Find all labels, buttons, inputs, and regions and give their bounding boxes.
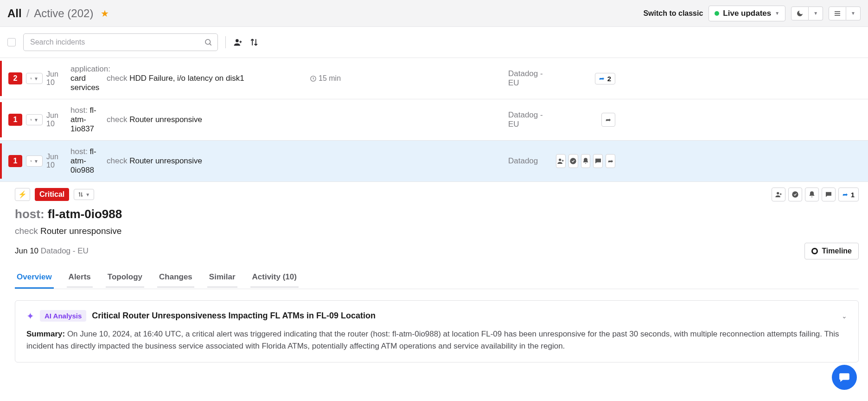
breadcrumb: All / Active (202) ★ <box>7 7 109 20</box>
incident-check: check Router unresponsive <box>107 115 306 124</box>
comment-icon <box>594 157 602 165</box>
share-button[interactable]: ➦ 2 <box>595 73 615 84</box>
svg-point-3 <box>205 39 211 45</box>
incident-detail: ⚡ Critical ▼ ➦ 1 host: fl-atm-0io988 che… <box>0 182 868 362</box>
header-actions: Switch to classic Live updates ▼ ▼ ▼ <box>643 6 861 21</box>
chevron-down-icon: ▼ <box>34 76 38 81</box>
share-count: 1 <box>851 191 855 199</box>
comment-icon <box>825 191 832 198</box>
tab-similar[interactable]: Similar <box>207 269 237 289</box>
share-icon: ➦ <box>606 116 611 123</box>
tab-alerts[interactable]: Alerts <box>67 269 93 289</box>
detail-toolbar: ⚡ Critical ▼ ➦ 1 <box>15 188 859 201</box>
acknowledge-button[interactable] <box>788 188 802 201</box>
svg-point-16 <box>792 191 798 197</box>
incident-duration: 15 min <box>310 74 504 83</box>
bolt-icon: ⚡ <box>18 190 27 198</box>
incident-row[interactable]: 2 ▼ Jun 10 application: card services ch… <box>0 58 868 99</box>
assign-user-icon <box>557 157 564 165</box>
share-button[interactable]: ➦ <box>606 154 615 168</box>
assign-user-icon <box>775 191 782 198</box>
share-count: 2 <box>607 75 611 83</box>
acknowledge-button[interactable] <box>568 154 578 168</box>
assign-user-icon[interactable] <box>233 38 243 47</box>
alert-count-badge: 1 <box>8 114 22 126</box>
share-button[interactable]: ➦ 1 <box>838 188 859 201</box>
incident-row[interactable]: 1 ▼ Jun 10 host: fl-atm-0io988 check Rou… <box>0 141 868 182</box>
list-view-button[interactable] <box>829 6 846 20</box>
svg-point-12 <box>570 158 576 164</box>
star-icon[interactable]: ★ <box>101 8 109 19</box>
automation-button[interactable]: ⚡ <box>15 188 30 201</box>
ai-analysis-header[interactable]: ✦ AI Analysis Critical Router Unresponsi… <box>26 310 847 322</box>
share-icon: ➦ <box>608 157 613 165</box>
chevron-down-icon: ▼ <box>775 11 779 16</box>
assign-button[interactable] <box>556 154 566 168</box>
search-icon <box>204 38 212 46</box>
select-all-checkbox[interactable] <box>7 38 16 46</box>
severity-edge <box>0 102 2 137</box>
share-button[interactable]: ➦ <box>601 113 615 127</box>
alert-count-badge: 2 <box>8 72 22 84</box>
notify-button[interactable] <box>581 154 591 168</box>
incident-check: check HDD Failure, i/o latency on disk1 <box>107 74 306 83</box>
live-updates-label: Live updates <box>723 9 771 18</box>
incident-check: check Router unresponsive <box>107 156 306 166</box>
sort-arrows-icon <box>78 191 83 198</box>
incident-source: Datadog - EU <box>508 110 552 129</box>
detail-tabs: Overview Alerts Topology Changes Similar… <box>15 269 859 289</box>
view-dropdown-button[interactable]: ▼ <box>846 6 861 20</box>
breadcrumb-root[interactable]: All <box>7 7 22 20</box>
tab-changes[interactable]: Changes <box>157 269 194 289</box>
live-updates-toggle[interactable]: Live updates ▼ <box>708 6 785 21</box>
theme-button-group: ▼ <box>791 6 823 20</box>
incident-source: Datadog - EU <box>508 69 552 88</box>
incident-list: 2 ▼ Jun 10 application: card services ch… <box>0 58 868 182</box>
svg-point-13 <box>777 192 779 194</box>
priority-dropdown[interactable]: ▼ <box>74 189 94 200</box>
clock-icon <box>310 75 317 82</box>
incident-row[interactable]: 1 ▼ Jun 10 host: fl-atm-1io837 check Rou… <box>0 99 868 141</box>
priority-dropdown[interactable]: ▼ <box>26 73 43 84</box>
row-actions: ➦ 2 <box>556 73 616 84</box>
sort-arrows-icon <box>30 116 32 123</box>
incident-entity: host: fl-atm-0io988 <box>70 147 103 175</box>
row-actions: ➦ <box>556 154 616 168</box>
ai-analysis-panel: ✦ AI Analysis Critical Router Unresponsi… <box>15 300 859 362</box>
sort-icon[interactable] <box>250 38 258 47</box>
comment-button[interactable] <box>593 154 603 168</box>
record-icon <box>811 248 818 254</box>
share-icon: ➦ <box>599 75 605 82</box>
tab-overview[interactable]: Overview <box>15 269 54 289</box>
severity-edge <box>0 143 2 179</box>
dark-mode-button[interactable] <box>791 6 809 20</box>
detail-meta-row: Jun 10 Datadog - EU Timeline <box>15 243 859 259</box>
severity-badge: Critical <box>35 188 69 201</box>
tab-activity[interactable]: Activity (10) <box>250 269 299 289</box>
timeline-button[interactable]: Timeline <box>804 243 859 259</box>
view-button-group: ▼ <box>829 6 861 20</box>
comment-button[interactable] <box>822 188 836 201</box>
sort-arrows-icon <box>30 75 32 82</box>
theme-dropdown-button[interactable]: ▼ <box>809 6 823 20</box>
detail-actions: ➦ 1 <box>772 188 859 201</box>
chevron-down-icon: ▼ <box>34 159 38 164</box>
sparkle-icon: ✦ <box>26 310 34 322</box>
list-icon <box>834 10 841 17</box>
ai-analysis-pill: AI Analysis <box>40 310 86 322</box>
assign-button[interactable] <box>772 188 785 201</box>
page-header: All / Active (202) ★ Switch to classic L… <box>0 0 868 27</box>
switch-classic-link[interactable]: Switch to classic <box>643 9 703 18</box>
row-actions: ➦ <box>556 113 616 127</box>
priority-dropdown[interactable]: ▼ <box>26 155 43 167</box>
chevron-down-icon[interactable]: ⌄ <box>842 312 847 320</box>
detail-title: host: fl-atm-0io988 <box>15 207 859 221</box>
bell-icon <box>582 157 589 165</box>
alert-count-badge: 1 <box>8 155 22 167</box>
notify-button[interactable] <box>805 188 819 201</box>
search-input[interactable] <box>23 33 218 51</box>
incident-entity: application: card services <box>70 65 103 92</box>
toolbar <box>0 27 868 58</box>
tab-topology[interactable]: Topology <box>106 269 144 289</box>
priority-dropdown[interactable]: ▼ <box>26 114 43 125</box>
